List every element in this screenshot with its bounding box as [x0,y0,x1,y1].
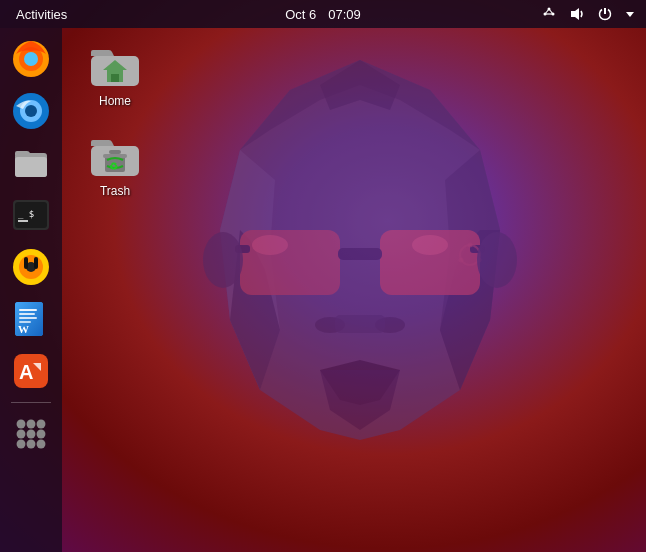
dock-item-thunderbird[interactable] [8,88,54,134]
svg-text:W: W [18,323,29,335]
home-icon-label: Home [99,94,131,108]
svg-point-11 [252,235,288,255]
svg-line-28 [545,9,549,14]
gorilla-illustration [80,30,640,540]
svg-rect-70 [111,74,119,82]
dock-item-terminal[interactable]: _ $ [8,192,54,238]
dock: _ $ [0,28,62,552]
home-folder-icon [89,38,141,90]
svg-point-23 [477,232,517,288]
svg-rect-19 [335,315,385,333]
svg-point-14 [468,243,473,248]
svg-rect-48 [24,257,28,269]
dock-item-files[interactable] [8,140,54,186]
dock-separator [11,402,51,403]
svg-rect-40 [15,157,47,177]
time-display: 07:09 [328,7,361,22]
svg-rect-8 [338,248,382,260]
svg-rect-53 [19,313,35,315]
dock-item-firefox[interactable] [8,36,54,82]
svg-marker-31 [571,8,579,20]
svg-marker-32 [626,12,634,17]
topbar: Activities Oct 6 07:09 [0,0,646,28]
svg-point-67 [37,440,46,449]
dock-item-writer[interactable]: W [8,296,54,342]
trash-icon-label: Trash [100,184,130,198]
svg-point-12 [412,235,448,255]
svg-text:♻: ♻ [109,161,118,172]
svg-point-60 [27,420,36,429]
topbar-datetime[interactable]: Oct 6 07:09 [285,7,361,22]
date-display: Oct 6 [285,7,316,22]
svg-point-66 [27,440,36,449]
svg-line-29 [549,9,553,14]
trash-folder-icon: ♻ [89,128,141,180]
svg-point-65 [17,440,26,449]
volume-icon[interactable] [566,6,588,22]
desktop-icons: Home [75,38,155,198]
svg-point-16 [459,258,464,263]
svg-rect-74 [109,150,121,154]
system-menu-arrow[interactable] [622,9,638,19]
svg-point-59 [17,420,26,429]
activities-button[interactable]: Activities [8,0,75,28]
dock-item-software[interactable]: A [8,348,54,394]
desktop-icon-home[interactable]: Home [75,38,155,108]
svg-point-35 [24,52,38,66]
svg-point-22 [203,232,243,288]
svg-point-38 [25,105,37,117]
dock-item-rhythmbox[interactable] [8,244,54,290]
svg-point-64 [37,430,46,439]
network-icon[interactable] [538,6,560,22]
svg-text:_ $: _ $ [18,209,34,219]
svg-point-61 [37,420,46,429]
svg-point-62 [17,430,26,439]
desktop: Activities Oct 6 07:09 [0,0,646,552]
svg-rect-49 [34,257,38,269]
desktop-icon-trash[interactable]: ♻ Trash [75,128,155,198]
svg-text:A: A [19,361,33,383]
topbar-left: Activities [0,0,75,28]
svg-rect-52 [19,309,37,311]
svg-rect-54 [19,317,37,319]
power-icon[interactable] [594,6,616,22]
svg-point-63 [27,430,36,439]
dock-item-show-apps[interactable] [8,411,54,457]
topbar-right [538,6,646,22]
